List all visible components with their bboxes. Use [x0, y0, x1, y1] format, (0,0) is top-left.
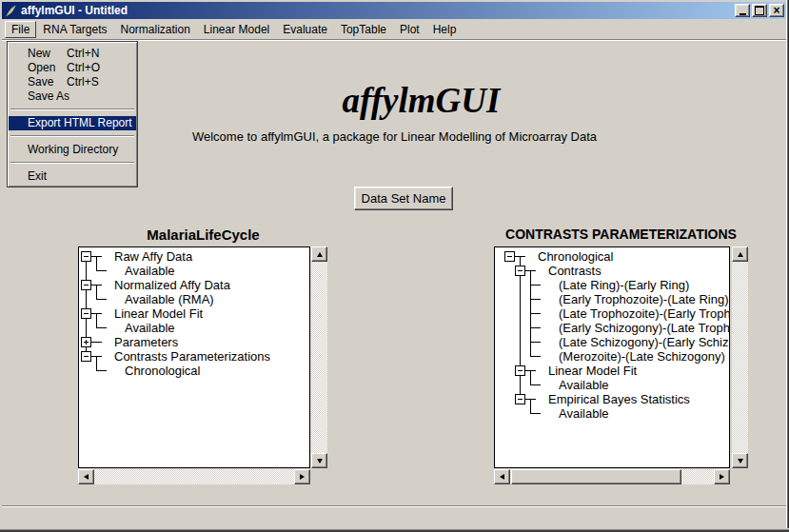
- menu-item-label: Export HTML Report: [28, 116, 132, 129]
- scroll-down-button[interactable]: [311, 453, 327, 468]
- collapse-minus-icon[interactable]: [504, 251, 515, 262]
- right-tree: ChronologicalContrasts(Late Ring)-(Early…: [494, 246, 730, 468]
- scrollbar-track[interactable]: [94, 469, 294, 484]
- menu-item-export-html-report[interactable]: Export HTML Report: [9, 116, 136, 130]
- menubar-item-normalization[interactable]: Normalization: [114, 21, 197, 38]
- menu-item-save[interactable]: SaveCtrl+S: [9, 75, 136, 89]
- file-menu-dropdown: NewCtrl+NOpenCtrl+OSaveCtrl+SSave AsExpo…: [7, 41, 138, 187]
- app-window: affylmGUI - Untitled × FileRNA TargetsNo…: [0, 0, 789, 532]
- window-title: affylmGUI - Untitled: [21, 2, 128, 19]
- scrollbar-track[interactable]: [732, 262, 748, 453]
- menu-item-new[interactable]: NewCtrl+N: [9, 47, 136, 61]
- close-icon: ×: [773, 6, 779, 15]
- tree-node-available[interactable]: Available: [125, 264, 175, 278]
- left-tree: Raw Affy DataAvailableNormalized Affy Da…: [78, 246, 310, 468]
- tree-node-early-trophozoite-late-ring[interactable]: (Early Trophozoite)-(Late Ring): [559, 292, 728, 306]
- app-title: affylmGUI: [27, 80, 789, 121]
- collapse-minus-icon[interactable]: [515, 266, 525, 276]
- menubar-item-file[interactable]: File: [5, 21, 36, 38]
- data-set-name-button[interactable]: Data Set Name: [354, 187, 453, 210]
- titlebar[interactable]: affylmGUI - Untitled ×: [2, 2, 786, 19]
- left-tree-horizontal-scrollbar: [78, 469, 310, 484]
- arrow-down-icon: [317, 459, 323, 463]
- menubar-item-plot[interactable]: Plot: [393, 21, 426, 38]
- scrollbar-track[interactable]: [311, 262, 327, 453]
- tree-node-late-schizogony-early-schiz[interactable]: (Late Schizogony)-(Early Schiz: [559, 335, 728, 349]
- menu-item-label: Working Directory: [28, 143, 118, 156]
- feather-icon: [4, 4, 17, 17]
- tree-node-chronological[interactable]: Chronological: [538, 249, 614, 264]
- arrow-left-icon: [500, 474, 504, 480]
- menubar-item-rna-targets[interactable]: RNA Targets: [36, 21, 113, 38]
- collapse-minus-icon[interactable]: [81, 351, 91, 362]
- minimize-button[interactable]: [735, 4, 750, 17]
- tree-node-normalized-affy-data[interactable]: Normalized Affy Data: [114, 278, 230, 292]
- scroll-right-button[interactable]: [294, 469, 310, 484]
- menu-separator: [9, 157, 136, 169]
- tree-node-early-schizogony-late-troph[interactable]: (Early Schizogony)-(Late Troph: [559, 321, 730, 335]
- menu-item-label: New: [28, 47, 50, 60]
- tree-node-empirical-bayes-statistics[interactable]: Empirical Bayes Statistics: [548, 392, 690, 406]
- tree-node-merozoite-late-schizogony[interactable]: (Merozoite)-(Late Schizogony): [559, 349, 725, 364]
- tree-node-contrasts[interactable]: Contrasts: [548, 264, 602, 278]
- minimize-icon: [740, 13, 746, 15]
- scroll-left-button[interactable]: [78, 469, 94, 484]
- tree-node-raw-affy-data[interactable]: Raw Affy Data: [114, 249, 192, 264]
- tree-node-available[interactable]: Available: [125, 321, 175, 335]
- arrow-left-icon: [84, 474, 89, 480]
- collapse-minus-icon[interactable]: [515, 365, 525, 376]
- menu-item-label: Save As: [28, 89, 69, 103]
- arrow-up-icon: [317, 252, 323, 257]
- expand-plus-icon[interactable]: [81, 337, 91, 347]
- scrollbar-thumb[interactable]: [511, 469, 681, 484]
- menu-separator: [9, 130, 136, 143]
- menu-item-shortcut: Ctrl+N: [67, 47, 99, 61]
- scroll-up-button[interactable]: [732, 246, 748, 262]
- window-controls: ×: [735, 4, 784, 17]
- close-button[interactable]: ×: [769, 4, 784, 17]
- scrollbar-track[interactable]: [510, 469, 714, 484]
- tree-node-chronological[interactable]: Chronological: [125, 364, 201, 378]
- right-tree-horizontal-scrollbar: [494, 469, 730, 484]
- menu-item-open[interactable]: OpenCtrl+O: [9, 61, 136, 75]
- scroll-right-button[interactable]: [714, 469, 730, 484]
- menubar-item-evaluate[interactable]: Evaluate: [276, 21, 334, 38]
- right-panel-heading: CONTRASTS PARAMETERIZATIONS: [494, 227, 748, 244]
- scroll-up-button[interactable]: [311, 246, 327, 262]
- menu-item-shortcut: Ctrl+S: [67, 75, 99, 89]
- menubar: FileRNA TargetsNormalizationLinear Model…: [2, 19, 786, 39]
- tree-node-linear-model-fit[interactable]: Linear Model Fit: [114, 306, 203, 321]
- left-panel-heading: MalariaLifeCycle: [78, 227, 328, 244]
- collapse-minus-icon[interactable]: [81, 251, 91, 262]
- menu-item-exit[interactable]: Exit: [9, 169, 136, 184]
- arrow-right-icon: [720, 474, 724, 480]
- scroll-left-button[interactable]: [494, 469, 510, 484]
- status-bar-divider: [2, 505, 786, 507]
- menubar-item-help[interactable]: Help: [426, 21, 464, 38]
- collapse-minus-icon[interactable]: [81, 308, 91, 319]
- maximize-button[interactable]: [752, 4, 767, 17]
- tree-node-available-rma[interactable]: Available (RMA): [125, 292, 214, 306]
- tree-node-contrasts-parameterizations[interactable]: Contrasts Parameterizations: [114, 349, 270, 364]
- tree-node-linear-model-fit[interactable]: Linear Model Fit: [548, 364, 637, 378]
- menu-item-shortcut: Ctrl+O: [67, 61, 100, 75]
- menu-item-label: Open: [28, 61, 55, 74]
- menu-item-label: Exit: [28, 169, 47, 183]
- scroll-down-button[interactable]: [732, 453, 748, 468]
- tree-node-available[interactable]: Available: [559, 406, 609, 421]
- menubar-item-toptable[interactable]: TopTable: [334, 21, 393, 38]
- menu-item-save-as[interactable]: Save As: [9, 89, 136, 104]
- maximize-icon: [755, 6, 764, 15]
- collapse-minus-icon[interactable]: [515, 394, 525, 404]
- menu-item-working-directory[interactable]: Working Directory: [9, 143, 136, 157]
- window-edge: [0, 528, 789, 532]
- tree-node-parameters[interactable]: Parameters: [114, 335, 178, 349]
- tree-node-late-ring-early-ring[interactable]: (Late Ring)-(Early Ring): [559, 278, 689, 292]
- tree-node-late-trophozoite-early-troph[interactable]: (Late Trophozoite)-(Early Troph: [559, 306, 730, 321]
- tree-node-available[interactable]: Available: [559, 378, 609, 392]
- arrow-right-icon: [300, 474, 305, 480]
- right-tree-vertical-scrollbar: [732, 246, 748, 468]
- collapse-minus-icon[interactable]: [81, 280, 91, 290]
- tree-items: Raw Affy DataAvailableNormalized Affy Da…: [80, 249, 308, 467]
- menubar-item-linear-model[interactable]: Linear Model: [197, 21, 276, 38]
